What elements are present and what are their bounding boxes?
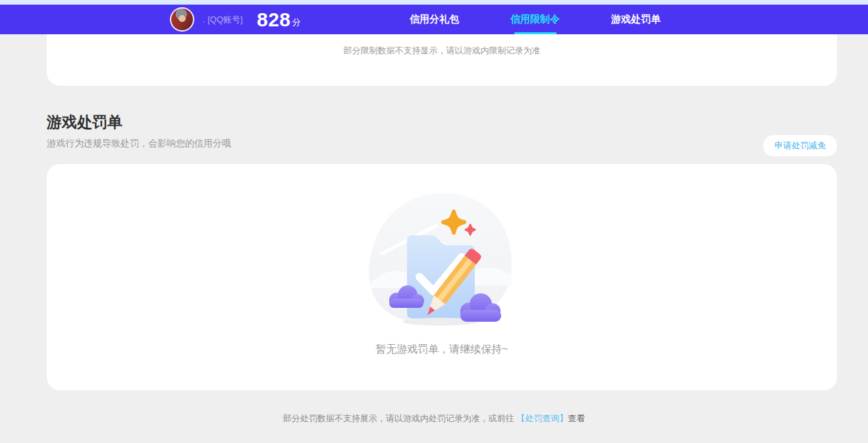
user-avatar[interactable] [170, 7, 194, 32]
footer-text-after: 查看 [568, 413, 585, 423]
penalty-section-header: 游戏处罚单 游戏行为违规导致处罚，会影响您的信用分哦 申请处罚减免 [47, 112, 837, 150]
restriction-notice-card: 部分限制数据不支持显示，请以游戏内限制记录为准 [47, 34, 837, 86]
restriction-notice-text: 部分限制数据不支持显示，请以游戏内限制记录为准 [344, 45, 541, 55]
account-label: . [QQ账号] [203, 5, 243, 34]
footer-notice: 部分处罚数据不支持展示，请以游戏内处罚记录为准，或前往 【处罚查询】查看 [0, 413, 868, 425]
top-strip [0, 0, 868, 5]
empty-state-illustration [363, 189, 521, 331]
page-title: 游戏处罚单 [47, 112, 837, 133]
credit-score-value: 828 [257, 9, 291, 31]
tab-credit-restriction[interactable]: 信用限制令 [510, 5, 560, 34]
tab-game-penalty[interactable]: 游戏处罚单 [611, 5, 661, 34]
credit-score: 828 分 [257, 5, 301, 34]
credit-score-unit: 分 [292, 16, 301, 28]
apply-penalty-relief-button[interactable]: 申请处罚减免 [763, 135, 837, 156]
header-bar: . [QQ账号] 828 分 信用分礼包 信用限制令 游戏处罚单 [0, 5, 868, 34]
empty-state-message: 暂无游戏罚单，请继续保持~ [47, 343, 837, 357]
penalty-list-card: 暂无游戏罚单，请继续保持~ [47, 164, 837, 390]
page-subtitle: 游戏行为违规导致处罚，会影响您的信用分哦 [47, 138, 837, 150]
penalty-query-link[interactable]: 【处罚查询】 [516, 413, 568, 423]
footer-text-before: 部分处罚数据不支持展示，请以游戏内处罚记录为准，或前往 [283, 413, 517, 423]
header-tabs: 信用分礼包 信用限制令 游戏处罚单 [410, 5, 661, 34]
tab-credit-gift[interactable]: 信用分礼包 [410, 5, 459, 34]
